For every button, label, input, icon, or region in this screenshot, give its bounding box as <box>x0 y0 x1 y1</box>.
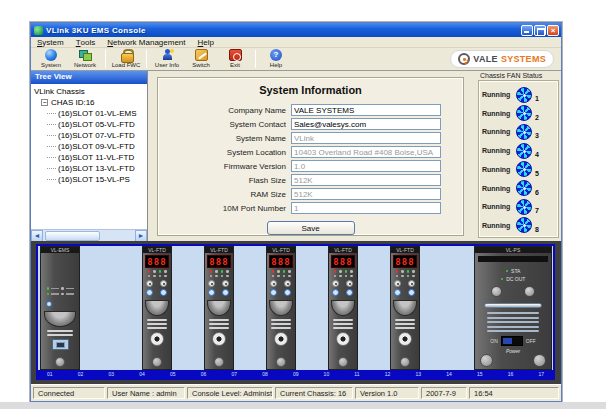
scroll-right-icon[interactable]: ► <box>135 230 147 242</box>
vent-grille <box>209 319 229 329</box>
app-icon <box>34 26 43 35</box>
lock-icon <box>120 49 133 61</box>
round-button[interactable] <box>491 286 502 297</box>
network-icon <box>79 49 92 61</box>
menu-item-system[interactable]: System <box>31 37 70 47</box>
status-cell: Connected <box>33 387 105 399</box>
led-icon <box>412 270 415 273</box>
led-row <box>148 275 167 278</box>
fan-number: 8 <box>535 226 539 233</box>
tree-slot-item[interactable]: (16)SLOT 11-VL-FTD <box>31 152 147 163</box>
chassis-card-vl-ftd[interactable]: VL-FTD888 <box>266 246 296 370</box>
led-icon <box>164 275 167 278</box>
system-information-box: System Information Company NameSystem Co… <box>157 77 464 236</box>
tree-slot-item[interactable]: (16)SLOT 07-VL-FTD <box>31 130 147 141</box>
menu-item-tools[interactable]: Tools <box>70 37 102 47</box>
connector-icon <box>346 280 353 287</box>
led-icon <box>47 287 50 290</box>
slot-number: 03 <box>108 371 114 378</box>
slot-number: 09 <box>293 371 299 378</box>
slot-number: 06 <box>201 371 207 378</box>
connector-icon <box>46 301 52 307</box>
chassis-card-vl-ftd[interactable]: VL-FTD888 <box>142 246 172 370</box>
toolbar: SystemNetworkLoad FWCUser InfoSwitchExit… <box>31 48 561 71</box>
ejector-latch <box>393 300 417 316</box>
system-name-field[interactable] <box>291 132 441 144</box>
screen: VLink 3KU EMS Console × SystemToolsNetwo… <box>0 0 606 409</box>
led-icon <box>153 270 156 273</box>
tree-slot-item[interactable]: (16)SLOT 13-VL-FTD <box>31 163 147 174</box>
chassis-fan-status-panel: Chassis FAN Status Running1Running2Runni… <box>477 71 560 241</box>
tree-root-node[interactable]: VLink Chassis <box>31 86 147 97</box>
fan-status-text: Running <box>482 222 516 229</box>
system-contact-field[interactable] <box>291 118 441 130</box>
tree-chassis-node[interactable]: − CHAS ID:16 <box>31 97 147 108</box>
chassis-card-vl-ftd[interactable]: VL-FTD888 <box>204 246 234 370</box>
connector-icon <box>332 289 339 296</box>
connector-icon <box>408 289 415 296</box>
led-icon <box>412 275 415 278</box>
round-button[interactable] <box>524 286 535 297</box>
system-icon <box>45 49 57 61</box>
tree-slot-item[interactable]: (16)SLOT 15-VL-PS <box>31 174 147 185</box>
connector-icon <box>284 280 291 287</box>
system-location-field[interactable] <box>291 146 441 158</box>
switch-button[interactable]: Switch <box>184 49 218 70</box>
close-icon[interactable]: × <box>547 25 559 36</box>
user-info-button[interactable]: User Info <box>150 49 184 70</box>
tree-slot-item[interactable]: (16)SLOT 05-VL-FTD <box>31 119 147 130</box>
firmware-version-field[interactable] <box>291 160 441 172</box>
fan-number: 1 <box>535 95 539 102</box>
minimize-icon[interactable] <box>521 25 533 36</box>
network-button[interactable]: Network <box>68 49 102 70</box>
led-icon <box>215 270 218 273</box>
exit-button[interactable]: Exit <box>218 49 252 70</box>
tree-slot-item[interactable]: (16)SLOT 09-VL-FTD <box>31 141 147 152</box>
field-label: System Contact <box>166 120 291 129</box>
load-fwc-button[interactable]: Load FWC <box>109 49 143 70</box>
maximize-icon[interactable] <box>534 25 546 36</box>
grille-line <box>333 319 353 321</box>
ram-size-field[interactable] <box>291 188 441 200</box>
chassis-card-vl-ems[interactable]: VL-EMS <box>40 246 80 370</box>
scroll-left-icon[interactable]: ◄ <box>31 230 43 242</box>
tree-slot-list: (16)SLOT 01-VL-EMS(16)SLOT 05-VL-FTD(16)… <box>31 108 147 185</box>
tree-horizontal-scrollbar[interactable]: ◄ ► <box>31 229 147 241</box>
chassis-card-vl-ps[interactable]: VL-PSSTADC OUTONOFFPower <box>474 246 552 370</box>
slot-number: 05 <box>170 371 176 378</box>
slot-number: 10 <box>324 371 330 378</box>
tree-body: VLink Chassis − CHAS ID:16 (16)SLOT 01-V… <box>31 84 147 229</box>
tree-slot-item[interactable]: (16)SLOT 01-VL-EMS <box>31 108 147 119</box>
led-row <box>334 270 353 273</box>
fan-status-row: Running6 <box>482 180 555 197</box>
round-connector-icon <box>336 332 350 346</box>
field-label: RAM Size <box>166 190 291 199</box>
scrollbar-thumb[interactable] <box>45 231 100 241</box>
led-label-dash <box>51 288 59 290</box>
chassis-card-vl-ftd[interactable]: VL-FTD888 <box>328 246 358 370</box>
help-icon: ? <box>270 49 282 61</box>
help-button[interactable]: ?Help <box>259 49 293 70</box>
form-row: 10M Port Number <box>166 202 455 214</box>
slot-number: 02 <box>78 371 84 378</box>
round-connector-icon <box>398 332 412 346</box>
rocker-switch[interactable] <box>501 336 523 346</box>
led-label-dash <box>66 288 74 290</box>
fan-status-row: Running3 <box>482 123 555 140</box>
grille-line <box>487 321 539 323</box>
led-label: STA <box>511 268 520 274</box>
led-icon <box>350 270 353 273</box>
save-button[interactable]: Save <box>267 221 355 235</box>
system-button[interactable]: System <box>34 49 68 70</box>
power-switch-row: ONOFF <box>490 336 536 346</box>
menu-item-network-management[interactable]: Network Management <box>101 37 191 47</box>
flash-size-field[interactable] <box>291 174 441 186</box>
led-icon <box>396 275 399 278</box>
company-name-field[interactable] <box>291 104 441 116</box>
tree-collapse-icon[interactable]: − <box>41 99 48 106</box>
10m-port-number-field[interactable] <box>291 202 441 214</box>
connector-icon <box>222 280 229 287</box>
menu-item-help[interactable]: Help <box>192 37 220 47</box>
status-cell: 2007-7-9 <box>421 387 467 399</box>
chassis-card-vl-ftd[interactable]: VL-FTD888 <box>390 246 420 370</box>
